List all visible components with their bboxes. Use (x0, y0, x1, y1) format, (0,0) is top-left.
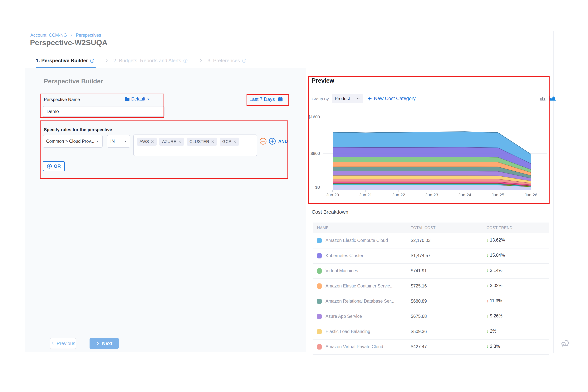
value-chip[interactable]: CLUSTER (187, 138, 217, 146)
tab-perspective-builder[interactable]: 1. Perspective Builder (36, 58, 94, 64)
remove-rule-icon[interactable] (260, 138, 267, 145)
rule-operator-select[interactable]: IN (107, 135, 130, 148)
active-tab-underline (36, 67, 96, 68)
y-axis-label: $800 (297, 151, 320, 156)
row-trend: 2.3% (490, 344, 500, 349)
cost-breakdown-heading: Cost Breakdown (312, 209, 348, 215)
series-color-swatch (317, 268, 322, 274)
series-color-swatch (317, 329, 322, 334)
perspective-name-input[interactable] (43, 106, 164, 117)
table-row[interactable]: Azure App Service $675.68 ↓9.26% (313, 309, 549, 324)
next-button-label: Next (102, 341, 112, 346)
table-row[interactable]: Amazon Elastic Container Servic... $725.… (313, 279, 549, 294)
tab-bar: 1. Perspective Builder 2. Budgets, Repor… (24, 54, 554, 68)
trend-arrow-icon: ↓ (486, 253, 489, 258)
stacked-area-chart[interactable] (317, 110, 555, 200)
series-color-swatch (317, 253, 322, 258)
row-total-cost: $675.68 (411, 314, 427, 319)
row-name: Amazon Virtual Private Cloud (326, 344, 383, 349)
preview-heading: Preview (312, 77, 334, 84)
row-trend: 9.26% (490, 314, 502, 318)
rule-field-select[interactable]: Common > Cloud Prov... (43, 135, 102, 148)
row-trend: 3.02% (490, 283, 502, 288)
tab-budgets-reports-alerts[interactable]: 2. Budgets, Reports and Alerts (113, 58, 188, 64)
next-button[interactable]: Next (90, 338, 119, 349)
chip-label: CLUSTER (190, 139, 209, 144)
row-name: Elastic Load Balancing (326, 329, 370, 334)
rule-values-box[interactable]: AWS AZURE CLUSTER GCP (133, 134, 257, 156)
row-total-cost: $725.16 (411, 284, 427, 288)
area-series-other-lavender[interactable] (332, 185, 531, 190)
perspective-name-label: Perspective Name (44, 97, 80, 102)
remove-icon[interactable] (233, 140, 236, 143)
x-axis-label: Jun 26 (522, 192, 540, 198)
info-icon (183, 58, 188, 63)
circle-plus-icon (47, 164, 52, 169)
remove-icon[interactable] (211, 140, 214, 143)
rule-value-chips: AWS AZURE CLUSTER GCP (137, 138, 239, 146)
table-row[interactable]: Amazon Elastic Compute Cloud $2,170.03 ↓… (313, 233, 549, 248)
or-button[interactable]: OR (43, 161, 65, 172)
table-row[interactable]: Amazon Virtual Private Cloud $427.47 ↓2.… (313, 340, 549, 355)
table-row[interactable]: Virtual Machines $741.91 ↓2.14% (313, 264, 549, 279)
x-axis-label: Jun 21 (357, 192, 374, 198)
remove-icon[interactable] (178, 140, 182, 143)
chevron-right-icon (198, 58, 203, 63)
breadcrumb-account-link[interactable]: Account: CCM-NG (30, 33, 67, 38)
previous-button-label: Previous (56, 341, 75, 346)
y-axis-label: $0 (297, 185, 320, 190)
perspective-builder-page: Account: CCM-NG Perspectives Perspective… (0, 0, 588, 392)
bar-chart-toggle-icon[interactable] (539, 95, 546, 102)
series-color-swatch (317, 298, 322, 304)
row-total-cost: $680.89 (411, 298, 427, 304)
tab-preferences[interactable]: 3. Preferences (208, 58, 246, 64)
value-chip[interactable]: AZURE (159, 138, 184, 146)
previous-button[interactable]: Previous (50, 338, 76, 349)
chat-support-icon[interactable] (561, 338, 571, 349)
table-row[interactable]: Elastic Load Balancing $509.36 ↓2% (313, 324, 549, 340)
row-trend: 2.14% (490, 268, 502, 273)
caret-down-icon (147, 98, 150, 100)
y-axis-label: $1600 (297, 114, 320, 120)
new-cost-category-button[interactable]: New Cost Category (368, 96, 416, 101)
info-icon (90, 58, 94, 63)
trend-arrow-icon: ↓ (486, 314, 489, 318)
x-axis-label: Jun 25 (489, 192, 506, 198)
and-button[interactable]: AND (278, 139, 288, 144)
row-total-cost: $509.36 (411, 329, 427, 334)
value-chip[interactable]: AWS (137, 138, 156, 146)
rules-label: Specify rules for the perspective (44, 127, 112, 132)
chip-label: GCP (222, 139, 232, 144)
x-axis-label: Jun 20 (324, 192, 341, 198)
row-total-cost: $1,474.57 (411, 253, 430, 258)
chevron-right-icon (96, 342, 100, 345)
table-row[interactable]: Kubernetes Cluster $1,474.57 ↓15.04% (313, 248, 549, 264)
column-header-total-cost: TOTAL COST (411, 226, 436, 230)
trend-arrow-icon: ↓ (486, 283, 489, 288)
value-chip[interactable]: GCP (220, 138, 239, 146)
content-left-border (24, 31, 25, 352)
column-header-cost-trend: COST TREND (486, 226, 512, 230)
group-by-label: Group By (312, 97, 329, 101)
series-color-swatch (317, 314, 322, 319)
area-chart-toggle-icon[interactable] (548, 94, 556, 102)
breadcrumb-perspectives-link[interactable]: Perspectives (76, 33, 101, 38)
row-trend: 15.04% (490, 253, 505, 258)
table-header-row: NAME TOTAL COST COST TREND (313, 222, 549, 233)
chevron-left-icon (51, 342, 54, 345)
plus-icon (368, 96, 372, 101)
folder-name: Default (131, 96, 145, 102)
trend-arrow-icon: ↓ (486, 328, 489, 334)
row-name: Virtual Machines (326, 268, 358, 274)
table-row[interactable]: Amazon Relational Database Ser... $680.8… (313, 294, 549, 309)
row-name: Amazon Elastic Compute Cloud (326, 238, 388, 243)
x-axis-label: Jun 22 (390, 192, 407, 198)
builder-heading: Perspective Builder (44, 78, 103, 85)
row-name: Amazon Elastic Container Servic... (326, 284, 394, 288)
folder-selector[interactable]: Default (124, 96, 150, 102)
remove-icon[interactable] (151, 140, 154, 143)
group-by-select[interactable]: Product (332, 94, 363, 104)
add-rule-icon[interactable] (269, 138, 276, 145)
date-range-picker[interactable]: Last 7 Days (250, 96, 283, 102)
trend-arrow-icon: ↓ (486, 238, 489, 243)
